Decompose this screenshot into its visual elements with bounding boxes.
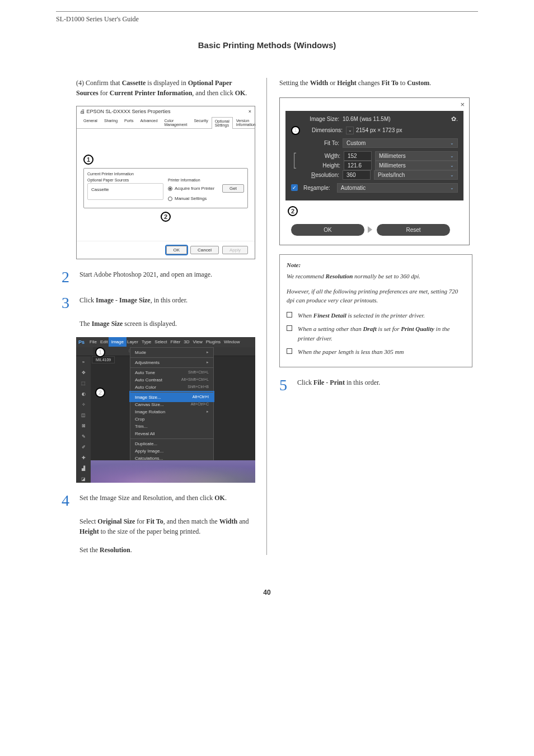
step-3-text: Click Image - Image Size, in this order. — [79, 295, 188, 306]
menubar-item[interactable]: Edit — [99, 338, 110, 346]
radio-acquire[interactable]: Acquire from Printer Get — [168, 184, 244, 193]
width-unit-select[interactable]: Millimeters⌄ — [375, 151, 458, 161]
eraser-tool-icon[interactable]: ◪ — [78, 475, 88, 483]
dialog-tab[interactable]: General — [80, 116, 101, 128]
dialog-tab[interactable]: Sharing — [101, 116, 121, 128]
optional-paper-sources-value: Cassette — [87, 183, 163, 200]
step-2-number: 2 — [62, 269, 73, 285]
menu-item[interactable]: Reveal All — [130, 430, 213, 437]
optional-paper-sources-label: Optional Paper Sources — [87, 178, 163, 182]
current-printer-info-group: Current Printer Information Optional Pap… — [83, 168, 248, 208]
note-p1: We recommend Resolution normally be set … — [287, 272, 465, 281]
dialog-tab[interactable]: Optional Settings — [212, 117, 233, 129]
callout-2: 2 — [95, 388, 105, 398]
step-4-p3: Set the Resolution. — [79, 545, 254, 556]
wand-tool-icon[interactable]: ✧ — [78, 401, 88, 408]
stamp-tool-icon[interactable]: ▟ — [78, 465, 88, 472]
dialog-titlebar: 🖨 EPSON SL-DXXXX Series Properties × — [77, 106, 255, 116]
crop-tool-icon[interactable]: ◫ — [78, 412, 88, 419]
gear-icon[interactable]: ✿. — [451, 115, 458, 123]
radio-manual[interactable]: Manual Settings — [168, 196, 244, 201]
right-column: Setting the Width or Height changes Fit … — [267, 78, 478, 555]
menu-item[interactable]: Mode▸ — [130, 349, 213, 356]
move-tool-icon[interactable]: ✥ — [78, 369, 88, 376]
menu-item[interactable]: Auto ColorShift+Ctrl+B — [130, 384, 213, 391]
cpi-group-label: Current Printer Information — [87, 172, 244, 176]
width-label: Width: — [301, 153, 340, 159]
menubar-item[interactable]: Filter — [169, 338, 182, 346]
menu-item[interactable]: Image Size...Alt+Ctrl+I — [130, 392, 213, 401]
healing-tool-icon[interactable]: ✚ — [78, 454, 88, 461]
width-field[interactable]: 152 — [344, 151, 372, 161]
height-unit-select[interactable]: Millimeters⌄ — [375, 161, 458, 170]
menu-item[interactable]: Adjustments▸ — [130, 357, 213, 366]
apply-button[interactable]: Apply — [222, 246, 248, 254]
dialog-tab[interactable]: Color Management — [161, 116, 191, 128]
menubar-item[interactable]: Type — [140, 338, 153, 346]
callout-1: 1 — [95, 347, 105, 357]
close-icon[interactable]: × — [280, 98, 469, 111]
menu-item[interactable]: Crop — [130, 416, 213, 423]
menubar-item[interactable]: Plugins — [204, 338, 222, 346]
marquee-tool-icon[interactable]: ⬚ — [78, 380, 88, 387]
fit-to-select[interactable]: Custom⌄ — [343, 138, 458, 148]
link-icon[interactable]: ⎡⎣ — [291, 153, 299, 169]
menu-item[interactable]: Auto ToneShift+Ctrl+L — [130, 367, 213, 376]
menubar-item[interactable]: Select — [153, 338, 168, 346]
square-bullet-icon — [287, 312, 292, 318]
menubar-item[interactable]: File — [88, 338, 99, 346]
menubar-item[interactable]: 3D — [182, 338, 191, 346]
image-size-dialog: × Image Size: 10.6M (was 11.5M) ✿. 1 Dim… — [279, 97, 470, 245]
dialog-tab[interactable]: Advanced — [137, 116, 161, 128]
chevron-down-icon[interactable]: ⌄ — [346, 127, 354, 134]
menu-item[interactable]: Auto ContrastAlt+Shift+Ctrl+L — [130, 376, 213, 384]
step-2: 2 Start Adobe Photoshop 2021, and open a… — [62, 269, 254, 285]
close-icon[interactable]: × — [249, 109, 251, 114]
note-heading: Note: — [287, 260, 465, 270]
ok-button[interactable]: OK — [291, 224, 364, 236]
eyedropper-tool-icon[interactable]: ✎ — [78, 433, 88, 440]
resample-checkbox[interactable]: ✓ — [291, 184, 298, 191]
lasso-tool-icon[interactable]: ◐ — [78, 390, 88, 398]
reset-button[interactable]: Reset — [377, 224, 450, 236]
chevron-right-icon[interactable]: » — [78, 358, 88, 366]
frame-tool-icon[interactable]: ⊠ — [78, 422, 88, 430]
callout-2: 2 — [161, 212, 171, 222]
two-column-layout: (4) Confirm that Cassette is displayed i… — [56, 78, 478, 555]
height-field[interactable]: 121.6 — [344, 161, 372, 170]
step-2-text: Start Adobe Photoshop 2021, and open an … — [79, 269, 212, 280]
section-title: Basic Printing Methods (Windows) — [0, 40, 534, 50]
resolution-field[interactable]: 360 — [343, 170, 371, 180]
menu-item[interactable]: Canvas Size...Alt+Ctrl+C — [130, 401, 213, 408]
resolution-label: Resolution: — [291, 172, 339, 178]
note-bullet-1: When Finest Detail is selected in the pr… — [287, 311, 465, 320]
menubar-item[interactable]: Layer — [125, 338, 140, 346]
dialog-tab[interactable]: Ports — [121, 116, 137, 128]
menu-item[interactable]: Image Rotation▸ — [130, 408, 213, 416]
menubar-item[interactable]: Window — [222, 338, 241, 346]
fit-to-label: Fit To: — [291, 140, 339, 146]
step-5-number: 5 — [279, 377, 291, 393]
menu-item[interactable]: Trim... — [130, 423, 213, 430]
square-bullet-icon — [287, 325, 292, 331]
dialog-tab[interactable]: Version Information — [233, 116, 259, 128]
get-button[interactable]: Get — [222, 184, 244, 193]
menu-item[interactable]: Apply Image... — [130, 447, 213, 455]
menubar-item[interactable]: Image — [110, 338, 125, 346]
menubar-item[interactable]: View — [191, 338, 204, 346]
canvas-image — [91, 460, 255, 483]
ps-menubar: Ps FileEditImageLayerTypeSelectFilter3DV… — [76, 337, 255, 347]
callout-1: 1 — [291, 126, 300, 135]
ok-button[interactable]: OK — [166, 246, 188, 254]
ps-logo-icon: Ps — [78, 339, 85, 345]
resample-select[interactable]: Automatic⌄ — [337, 183, 458, 193]
cancel-button[interactable]: Cancel — [190, 246, 219, 254]
menu-item[interactable]: Duplicate... — [130, 438, 213, 447]
brush-tool-icon[interactable]: ✐ — [78, 444, 88, 451]
resolution-unit-select[interactable]: Pixels/Inch⌄ — [374, 170, 458, 180]
page-number: 40 — [0, 589, 534, 596]
dialog-tab[interactable]: Security — [190, 116, 211, 128]
image-size-label: Image Size: — [291, 116, 339, 122]
printer-properties-dialog: 🖨 EPSON SL-DXXXX Series Properties × Gen… — [76, 106, 255, 259]
callout-1: 1 — [83, 155, 93, 165]
